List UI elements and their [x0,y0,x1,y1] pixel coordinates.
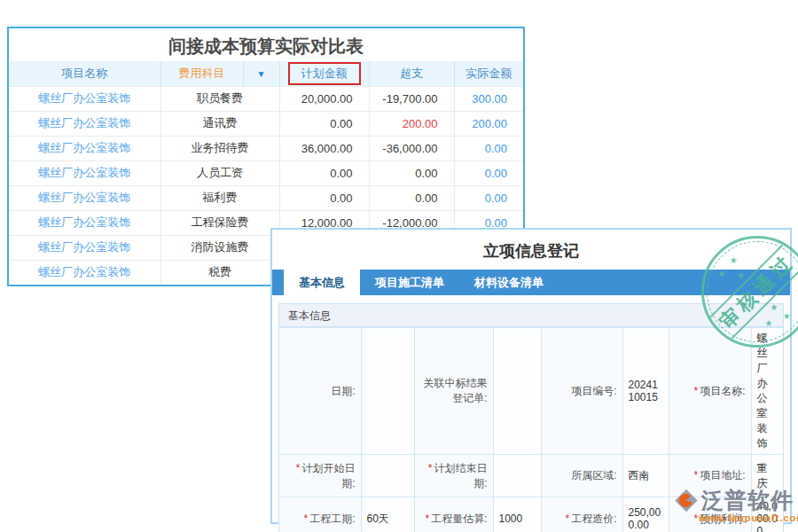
fanpu-logo: 泛普软件 www.fanpusoft.com [674,486,798,523]
field-value-project-cost[interactable]: 250,000.00 [622,497,669,532]
table-header-row: 项目名称 费用科目 ▼ 计划金额 超支 实际金额 [9,61,523,86]
subject-filter-dropdown[interactable]: ▼ [243,61,279,86]
field-value-project-no[interactable]: 2024110015 [622,328,669,455]
subject-cell: 人员工资 [160,160,279,185]
project-link[interactable]: 螺丝厂办公室装饰 [9,260,160,285]
field-label-plan-end: *计划结束日期: [414,455,493,497]
col-header-subject[interactable]: 费用科目 [160,61,243,86]
overspend-cell: 0.00 [369,185,454,210]
col-header-overspend[interactable]: 超支 [369,61,454,86]
project-link[interactable]: 螺丝厂办公室装饰 [9,136,160,160]
overspend-cell: 0.00 [369,160,454,185]
field-label-bid-result: 关联中标结果登记单: [414,328,493,455]
field-value-plan-start[interactable] [361,455,414,497]
table-row: 螺丝厂办公室装饰 业务招待费 36,000.00 -36,000.00 0.00 [9,136,523,160]
col-header-project[interactable]: 项目名称 [9,61,160,86]
tab-bar: 基本信息 项目施工清单 材料设备清单 [272,270,790,295]
subject-cell: 职员餐费 [160,86,279,111]
project-link[interactable]: 螺丝厂办公室装饰 [9,235,160,260]
tab-material-equipment-list[interactable]: 材料设备清单 [459,270,559,295]
field-value-quantity-estimate[interactable]: 1000 [493,497,541,532]
actual-link[interactable]: 200.00 [454,111,523,136]
actual-link[interactable]: 300.00 [454,86,523,111]
field-label-project-cost: *工程造价: [541,497,622,532]
overspend-cell: -36,000.00 [369,136,454,160]
project-link[interactable]: 螺丝厂办公室装饰 [9,185,160,210]
project-link[interactable]: 螺丝厂办公室装饰 [9,160,160,185]
form-title: 立项信息登记 [272,240,790,262]
tab-construction-list[interactable]: 项目施工清单 [360,270,459,295]
table-row: 螺丝厂办公室装饰 职员餐费 20,000.00 -19,700.00 300.0… [9,86,523,111]
planned-cell: 0.00 [279,185,369,210]
field-value-date[interactable] [361,328,414,455]
subject-cell: 通讯费 [160,111,279,136]
overspend-cell: -19,700.00 [369,86,454,111]
planned-cell: 20,000.00 [279,86,369,111]
highlight-box: 计划金额 [288,62,361,85]
field-value-region[interactable]: 西南 [622,455,669,497]
subject-cell: 福利费 [160,185,279,210]
col-header-planned[interactable]: 计划金额 [279,61,369,86]
col-header-actual[interactable]: 实际金额 [454,61,523,86]
page-title: 间接成本预算实际对比表 [9,28,523,61]
project-link[interactable]: 螺丝厂办公室装饰 [9,111,160,136]
fanpu-logo-url[interactable]: www.fanpusoft.com [699,512,798,523]
subject-cell: 税费 [160,260,279,285]
field-label-duration: *工程工期: [279,497,361,532]
overspend-cell: 200.00 [369,111,454,136]
subject-cell: 消防设施费 [160,235,279,260]
planned-cell: 36,000.00 [279,136,369,160]
table-row: 螺丝厂办公室装饰 人员工资 0.00 0.00 0.00 [9,160,523,185]
field-value-plan-end[interactable] [493,455,541,497]
actual-link[interactable]: 0.00 [454,160,523,185]
table-row: 螺丝厂办公室装饰 福利费 0.00 0.00 0.00 [9,185,523,210]
planned-cell: 0.00 [279,111,369,136]
actual-link[interactable]: 0.00 [454,185,523,210]
subject-cell: 工程保险费 [160,210,279,235]
field-label-project-name: *项目名称: [669,328,751,455]
field-label-date: 日期: [279,328,361,455]
table-row: 螺丝厂办公室装饰 通讯费 0.00 200.00 200.00 [9,111,523,136]
field-value-duration[interactable]: 60天 [361,497,414,532]
field-value-bid-result[interactable] [493,328,541,455]
fanpu-logo-text: 泛普软件 [701,486,794,515]
project-link[interactable]: 螺丝厂办公室装饰 [9,86,160,111]
field-label-project-no: 项目编号: [541,328,622,455]
project-link[interactable]: 螺丝厂办公室装饰 [9,210,160,235]
field-label-region: 所属区域: [541,455,622,497]
fanpu-logo-icon [674,489,699,512]
field-label-plan-start: *计划开始日期: [279,455,361,497]
chevron-down-icon: ▼ [257,69,266,79]
field-label-quantity-estimate: *工程量估算: [414,497,493,532]
section-header: 基本信息 [279,304,783,327]
actual-link[interactable]: 0.00 [454,136,523,160]
tab-basic-info[interactable]: 基本信息 [284,270,360,295]
planned-cell: 0.00 [279,160,369,185]
subject-cell: 业务招待费 [160,136,279,160]
field-value-project-name[interactable]: 螺丝厂办公室装饰 [751,328,783,455]
form-row: 日期: 关联中标结果登记单: 项目编号: 2024110015 *项目名称: 螺… [279,328,783,455]
registration-form-window: 立项信息登记 基本信息 项目施工清单 材料设备清单 基本信息 日期: 关联中标结… [270,228,792,524]
